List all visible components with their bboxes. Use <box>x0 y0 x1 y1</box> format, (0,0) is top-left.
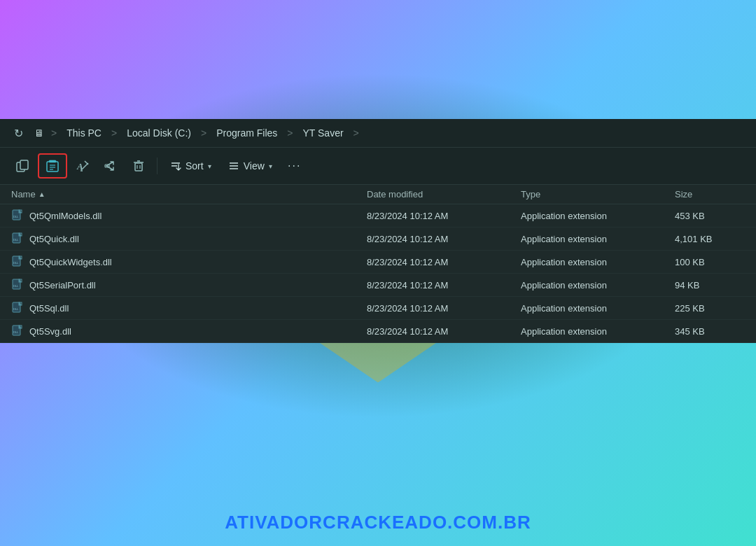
breadcrumb-sep-3: > <box>287 127 293 139</box>
delete-icon <box>132 159 146 173</box>
file-size: 94 KB <box>675 280 745 290</box>
svg-text:DLL: DLL <box>13 215 19 218</box>
file-name: Qt5QmlModels.dll <box>29 211 102 221</box>
dll-file-icon: DLL <box>11 209 24 222</box>
view-button[interactable]: View ▾ <box>221 153 279 178</box>
file-name: Qt5Quick.dll <box>29 234 79 244</box>
breadcrumb-local-disk[interactable]: Local Disk (C:) <box>124 126 194 140</box>
breadcrumb-sep-4: > <box>354 127 359 139</box>
dll-file-icon: DLL <box>11 325 24 337</box>
more-options-icon: ··· <box>288 160 301 172</box>
watermark: ATIVADORCRACKEADO.COM.BR <box>0 512 756 533</box>
rename-button[interactable]: A <box>70 153 95 178</box>
file-type: Application extension <box>521 326 675 337</box>
file-size: 4,101 KB <box>675 234 745 244</box>
column-size: Size <box>675 189 745 200</box>
svg-text:DLL: DLL <box>13 238 19 241</box>
file-name: Qt5Sql.dll <box>29 303 69 314</box>
file-name: Qt5SerialPort.dll <box>29 280 96 290</box>
dll-file-icon: DLL <box>11 255 24 268</box>
sort-label: Sort <box>186 160 204 172</box>
file-name: Qt5QuickWidgets.dll <box>29 257 112 267</box>
monitor-icon: 🖥 <box>34 127 44 139</box>
breadcrumb-program-files[interactable]: Program Files <box>214 126 280 140</box>
delete-button[interactable] <box>126 153 151 178</box>
watermark-text: ATIVADORCRACKEADO.COM.BR <box>225 512 531 533</box>
file-type: Application extension <box>521 234 675 244</box>
svg-text:DLL: DLL <box>13 284 19 288</box>
breadcrumb-sep-1: > <box>111 127 117 139</box>
rename-icon: A <box>76 159 90 173</box>
column-date-modified: Date modified <box>367 189 521 200</box>
view-icon <box>228 160 239 172</box>
file-size: 453 KB <box>675 211 745 221</box>
svg-rect-3 <box>47 162 58 172</box>
dll-file-icon: DLL <box>11 279 24 291</box>
share-icon <box>104 159 118 173</box>
table-row[interactable]: DLL Qt5QuickWidgets.dll 8/23/2024 10:12 … <box>0 251 756 274</box>
toolbar-separator <box>157 158 158 174</box>
sort-icon <box>170 160 181 172</box>
copy-path-icon <box>15 159 29 173</box>
svg-text:DLL: DLL <box>13 330 19 334</box>
file-list-header: Name ▲ Date modified Type Size <box>0 185 756 204</box>
sort-chevron-icon: ▾ <box>208 162 211 170</box>
paste-icon <box>45 158 60 174</box>
address-bar: ↻ 🖥 > This PC > Local Disk (C:) > Progra… <box>0 119 756 148</box>
more-options-button[interactable]: ··· <box>282 153 307 178</box>
file-name: Qt5Svg.dll <box>29 326 71 337</box>
copy-path-button[interactable] <box>10 153 35 178</box>
refresh-icon[interactable]: ↻ <box>14 127 23 140</box>
file-date: 8/23/2024 10:12 AM <box>367 257 521 267</box>
breadcrumb-sep-2: > <box>201 127 206 139</box>
column-name[interactable]: Name ▲ <box>11 189 367 200</box>
file-type: Application extension <box>521 303 675 314</box>
file-size: 100 KB <box>675 257 745 267</box>
breadcrumb-sep-0: > <box>51 127 57 139</box>
svg-text:A: A <box>76 161 83 172</box>
svg-text:DLL: DLL <box>13 261 19 265</box>
view-label: View <box>244 160 265 172</box>
svg-text:DLL: DLL <box>13 307 19 311</box>
file-type: Application extension <box>521 280 675 290</box>
file-date: 8/23/2024 10:12 AM <box>367 211 521 221</box>
file-list: Name ▲ Date modified Type Size DLL Qt5Qm… <box>0 185 756 343</box>
svg-rect-12 <box>135 163 142 171</box>
breadcrumb-yt-saver[interactable]: YT Saver <box>300 126 346 140</box>
file-date: 8/23/2024 10:12 AM <box>367 280 521 290</box>
file-size: 225 KB <box>675 303 745 314</box>
paste-button[interactable] <box>38 153 67 178</box>
table-row[interactable]: DLL Qt5Sql.dll 8/23/2024 10:12 AM Applic… <box>0 297 756 320</box>
breadcrumb-this-pc[interactable]: This PC <box>64 126 104 140</box>
column-type: Type <box>521 189 675 200</box>
file-date: 8/23/2024 10:12 AM <box>367 326 521 337</box>
file-date: 8/23/2024 10:12 AM <box>367 303 521 314</box>
explorer-window: ↻ 🖥 > This PC > Local Disk (C:) > Progra… <box>0 119 756 343</box>
share-button[interactable] <box>98 153 123 178</box>
file-date: 8/23/2024 10:12 AM <box>367 234 521 244</box>
toolbar: A <box>0 148 756 185</box>
svg-rect-1 <box>20 160 28 169</box>
dll-file-icon: DLL <box>11 232 24 245</box>
table-row[interactable]: DLL Qt5Quick.dll 8/23/2024 10:12 AM Appl… <box>0 227 756 251</box>
file-size: 345 KB <box>675 326 745 337</box>
table-row[interactable]: DLL Qt5SerialPort.dll 8/23/2024 10:12 AM… <box>0 274 756 297</box>
view-chevron-icon: ▾ <box>269 162 272 170</box>
dll-file-icon: DLL <box>11 302 24 314</box>
file-type: Application extension <box>521 211 675 221</box>
table-row[interactable]: DLL Qt5Svg.dll 8/23/2024 10:12 AM Applic… <box>0 320 756 343</box>
sort-button[interactable]: Sort ▾ <box>163 153 218 178</box>
table-row[interactable]: DLL Qt5QmlModels.dll 8/23/2024 10:12 AM … <box>0 204 756 227</box>
sort-arrow-icon: ▲ <box>38 190 46 198</box>
file-type: Application extension <box>521 257 675 267</box>
